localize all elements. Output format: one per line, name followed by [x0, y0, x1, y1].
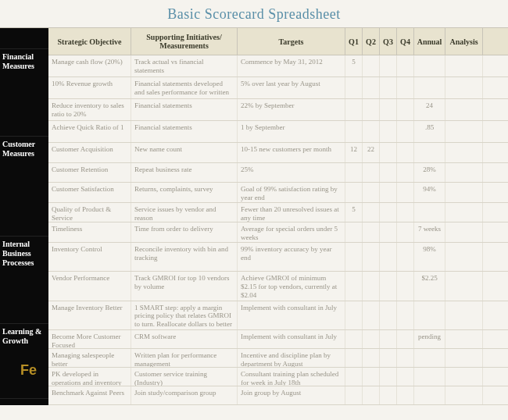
cell-annual	[414, 55, 445, 77]
table-row: Customer SatisfactionReturns, complaints…	[48, 183, 508, 203]
table-row: Customer RetentionRepeat business rate25…	[48, 163, 508, 183]
cell-supporting: Join study/comparison group	[131, 386, 238, 404]
cell-objective: PK developed in operations and inventory…	[48, 368, 131, 386]
cell-supporting: Track GMROI for top 10 vendors by volume	[131, 272, 238, 300]
cell-q1	[345, 121, 363, 142]
cell-q4	[397, 222, 414, 242]
table-row: Manage cash flow (20%)Track actual vs fi…	[48, 55, 508, 77]
cell-q1	[345, 77, 363, 98]
cell-objective: Become More Customer Focused	[48, 330, 131, 348]
cell-objective: Manage cash flow (20%)	[48, 55, 131, 77]
cell-q3	[380, 143, 397, 162]
cell-objective: Inventory Control	[48, 243, 131, 271]
cell-target: 5% over last year by August	[238, 77, 345, 98]
cell-q2	[363, 368, 380, 386]
cell-supporting: Service issues by vendor and reason	[131, 203, 238, 222]
section-label: Customer Measures	[0, 137, 48, 237]
cell-supporting: Financial statements	[131, 99, 238, 120]
cell-q3	[380, 55, 397, 77]
cell-q4	[397, 203, 414, 222]
col-q3: Q3	[380, 28, 397, 55]
cell-q1: 5	[345, 55, 363, 77]
col-supporting-initiatives: Supporting Initiatives/ Measurements	[131, 28, 238, 55]
cell-annual	[414, 77, 445, 98]
cell-q3	[380, 163, 397, 183]
cell-target: 10-15 new customers per month	[238, 143, 345, 162]
section-label: Internal Business Processes	[0, 237, 48, 324]
scorecard-grid: Strategic Objective Supporting Initiativ…	[48, 28, 508, 405]
cell-q1	[345, 243, 363, 271]
cell-annual: pending	[414, 330, 445, 348]
cell-supporting: Financial statements developed and sales…	[131, 77, 238, 98]
table-row: Reduce inventory to sales ratio to 20%Fi…	[48, 99, 508, 121]
cell-objective: Customer Satisfaction	[48, 183, 131, 202]
table-row: Benchmark Against PeersJoin study/compar…	[48, 386, 508, 405]
cell-target: Average for special orders under 5 weeks	[238, 222, 345, 242]
cell-analysis	[445, 349, 483, 367]
cell-q4	[397, 183, 414, 202]
table-row: Achieve Quick Ratio of 1Financial statem…	[48, 121, 508, 143]
cell-supporting: New name count	[131, 143, 238, 162]
cell-q4	[397, 163, 414, 183]
cell-q1	[345, 349, 363, 367]
cell-q4	[397, 99, 414, 120]
cell-q3	[380, 222, 397, 242]
col-analysis: Analysis	[445, 28, 483, 55]
cell-analysis	[445, 301, 483, 329]
cell-objective: Timeliness	[48, 222, 131, 242]
cell-analysis	[445, 330, 483, 348]
cell-q2	[363, 77, 380, 98]
cell-q1	[345, 222, 363, 242]
cell-q3	[380, 99, 397, 120]
cell-q3	[380, 330, 397, 348]
cell-q3	[380, 301, 397, 329]
cell-supporting: Track actual vs financial statements	[131, 55, 238, 77]
cell-target: Achieve GMROI of minimum $2.15 for top v…	[238, 272, 345, 300]
cell-analysis	[445, 99, 483, 120]
cell-supporting: 1 SMART step: apply a margin pricing pol…	[131, 301, 238, 329]
col-strategic-objective: Strategic Objective	[48, 28, 131, 55]
cell-q3	[380, 272, 397, 300]
cell-q1	[345, 183, 363, 202]
cell-q3	[380, 368, 397, 386]
table-row: Become More Customer FocusedCRM software…	[48, 330, 508, 349]
cell-q2	[363, 222, 380, 242]
col-q1: Q1	[345, 28, 363, 55]
col-q2: Q2	[363, 28, 380, 55]
cell-q1	[345, 368, 363, 386]
table-row: Managing salespeople betterWritten plan …	[48, 349, 508, 368]
cell-q1: 5	[345, 203, 363, 222]
cell-annual: 7 weeks	[414, 222, 445, 242]
watermark-text: Fe	[20, 362, 37, 379]
cell-annual: 24	[414, 99, 445, 120]
table-row: PK developed in operations and inventory…	[48, 368, 508, 386]
section-label-header-spacer	[0, 28, 48, 49]
cell-q4	[397, 121, 414, 142]
cell-q4	[397, 77, 414, 98]
cell-q2	[363, 301, 380, 329]
table-row: Vendor PerformanceTrack GMROI for top 10…	[48, 272, 508, 301]
cell-target: 1 by September	[238, 121, 345, 142]
column-header-row: Strategic Objective Supporting Initiativ…	[48, 28, 508, 55]
cell-supporting: Repeat business rate	[131, 163, 238, 183]
cell-supporting: Financial statements	[131, 121, 238, 142]
cell-analysis	[445, 55, 483, 77]
cell-annual: 98%	[414, 243, 445, 271]
cell-target: Goal of 99% satisfaction rating by year …	[238, 183, 345, 202]
cell-annual	[414, 386, 445, 404]
section-label: Financial Measures	[0, 49, 48, 137]
cell-q2	[363, 183, 380, 202]
cell-q3	[380, 183, 397, 202]
cell-annual: 94%	[414, 183, 445, 202]
cell-analysis	[445, 368, 483, 386]
cell-q4	[397, 368, 414, 386]
cell-analysis	[445, 77, 483, 98]
cell-q4	[397, 330, 414, 348]
cell-supporting: Time from order to delivery	[131, 222, 238, 242]
cell-objective: Customer Acquisition	[48, 143, 131, 162]
cell-annual: .85	[414, 121, 445, 142]
cell-analysis	[445, 203, 483, 222]
cell-q1	[345, 301, 363, 329]
cell-q3	[380, 349, 397, 367]
scorecard-sheet: Financial MeasuresCustomer MeasuresInter…	[0, 27, 508, 405]
